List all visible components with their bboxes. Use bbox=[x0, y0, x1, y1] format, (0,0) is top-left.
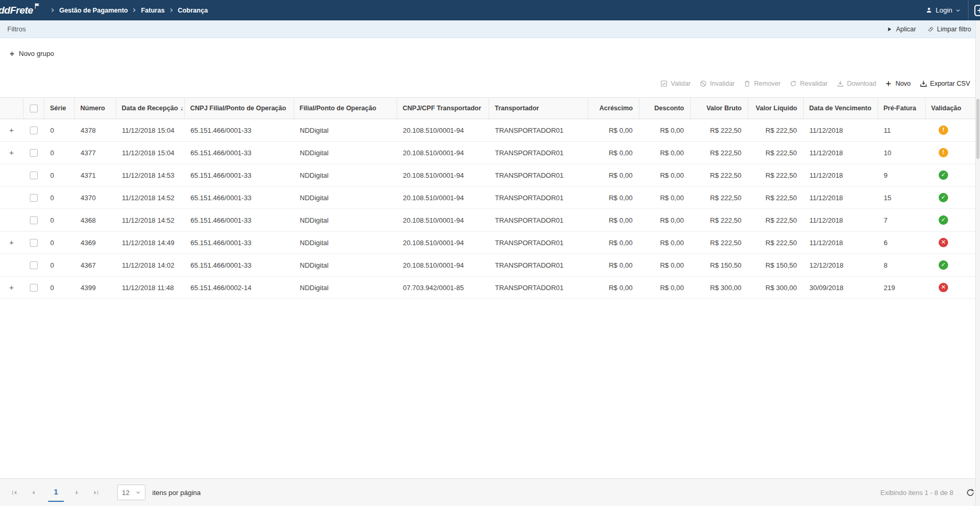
cell-recepcao: 11/12/2018 14:52 bbox=[116, 209, 184, 232]
apply-filter-button[interactable]: Aplicar bbox=[886, 26, 916, 33]
toolbar-revalidar-button[interactable]: Revalidar bbox=[790, 80, 828, 87]
table-row[interactable]: +0437811/12/2018 15:0465.151.466/0001-33… bbox=[0, 119, 975, 142]
login-label: Login bbox=[936, 6, 952, 14]
column-header-valor_bruto[interactable]: Valor Bruto bbox=[690, 98, 748, 119]
topbar-divider bbox=[968, 0, 968, 20]
expand-row-icon[interactable]: + bbox=[9, 148, 14, 156]
row-select-cell bbox=[23, 254, 44, 277]
toolbar-remover-button[interactable]: Remover bbox=[744, 80, 781, 87]
cell-serie: 0 bbox=[44, 164, 74, 187]
header-row: SérieNúmeroData de Recepção↓CNPJ Filial/… bbox=[0, 98, 975, 119]
cell-filial: NDDigital bbox=[294, 142, 397, 164]
table-row[interactable]: +0436911/12/2018 14:4965.151.466/0001-33… bbox=[0, 232, 975, 254]
breadcrumb-separator-icon bbox=[168, 7, 174, 13]
login-menu[interactable]: Login bbox=[918, 0, 968, 20]
table-row[interactable]: +0437711/12/2018 15:0465.151.466/0001-33… bbox=[0, 142, 975, 164]
breadcrumb-item[interactable]: Cobrança bbox=[178, 7, 208, 14]
clear-filter-button[interactable]: Limpar filtro bbox=[928, 26, 971, 33]
column-label: Valor Líquido bbox=[756, 105, 797, 112]
scrollbar-thumb[interactable] bbox=[976, 99, 979, 159]
column-header-transportador[interactable]: Transportador bbox=[489, 98, 588, 119]
row-checkbox[interactable] bbox=[30, 126, 38, 134]
cell-acrescimo: R$ 0,00 bbox=[588, 142, 639, 164]
cell-filial: NDDigital bbox=[294, 277, 397, 299]
row-select-cell bbox=[23, 232, 44, 254]
select-all-checkbox[interactable] bbox=[30, 105, 38, 112]
app-logo-text: ddFrete bbox=[0, 0, 33, 20]
table-body: +0437811/12/2018 15:0465.151.466/0001-33… bbox=[0, 119, 975, 299]
column-header-valor_liquido[interactable]: Valor Líquido bbox=[748, 98, 803, 119]
cell-recepcao: 11/12/2018 14:02 bbox=[116, 254, 184, 277]
cell-cnpj_filial: 65.151.466/0001-33 bbox=[184, 142, 294, 164]
new-group-button[interactable]: Novo grupo bbox=[9, 50, 54, 58]
cell-serie: 0 bbox=[44, 254, 74, 277]
cell-acrescimo: R$ 0,00 bbox=[588, 119, 639, 142]
column-header-desconto[interactable]: Desconto bbox=[639, 98, 690, 119]
breadcrumb-item[interactable]: Gestão de Pagamento bbox=[59, 7, 128, 14]
column-header-serie[interactable]: Série bbox=[44, 98, 74, 119]
column-header-validacao[interactable]: Validação bbox=[925, 98, 975, 119]
column-header-vencimento[interactable]: Data de Vencimento bbox=[803, 98, 877, 119]
row-checkbox[interactable] bbox=[30, 149, 38, 157]
expand-row-icon[interactable]: + bbox=[9, 283, 14, 291]
cell-cnpj_transportador: 20.108.510/0001-94 bbox=[397, 254, 489, 277]
row-checkbox[interactable] bbox=[30, 284, 38, 292]
cell-cnpj_filial: 65.151.466/0001-33 bbox=[184, 119, 294, 142]
column-header-numero[interactable]: Número bbox=[74, 98, 116, 119]
cell-vencimento: 11/12/2018 bbox=[803, 142, 877, 164]
column-header-cnpj_filial[interactable]: CNPJ Filial/Ponto de Operação bbox=[184, 98, 294, 119]
page-size-select[interactable]: 12 bbox=[117, 485, 145, 500]
flag-icon bbox=[34, 3, 41, 9]
pager-next-button[interactable] bbox=[70, 485, 84, 500]
row-select-cell bbox=[23, 187, 44, 209]
cell-validacao: ✓ bbox=[925, 164, 975, 187]
column-header-acrescimo[interactable]: Acréscimo bbox=[588, 98, 639, 119]
pager-last-button[interactable] bbox=[89, 485, 103, 500]
pager-page-current[interactable]: 1 bbox=[48, 483, 64, 502]
table-row[interactable]: 0437111/12/2018 14:5365.151.466/0001-33N… bbox=[0, 164, 975, 187]
pager-refresh-button[interactable] bbox=[966, 488, 975, 497]
row-checkbox[interactable] bbox=[30, 194, 38, 202]
app-logo[interactable]: ddFrete bbox=[0, 0, 41, 20]
cell-numero: 4369 bbox=[74, 232, 116, 254]
row-select-cell bbox=[23, 119, 44, 142]
sort-desc-icon: ↓ bbox=[180, 105, 183, 112]
cell-numero: 4368 bbox=[74, 209, 116, 232]
items-per-page-label: itens por página bbox=[152, 489, 201, 497]
column-header-recepcao[interactable]: Data de Recepção↓ bbox=[116, 98, 184, 119]
table-row[interactable]: +0439911/12/2018 11:4865.151.466/0002-14… bbox=[0, 277, 975, 299]
toolbar-validar-button[interactable]: Validar bbox=[660, 80, 691, 87]
vertical-scrollbar[interactable] bbox=[975, 20, 980, 506]
row-select-cell bbox=[23, 209, 44, 232]
cell-cnpj_filial: 65.151.466/0001-33 bbox=[184, 232, 294, 254]
row-select-cell bbox=[23, 277, 44, 299]
expand-row-icon[interactable]: + bbox=[9, 126, 14, 134]
cell-valor_liquido: R$ 222,50 bbox=[748, 142, 803, 164]
pager-status: Exibindo itens 1 - 8 de 8 bbox=[881, 489, 953, 497]
pager-first-button[interactable] bbox=[7, 485, 21, 500]
cell-validacao: ✓ bbox=[925, 187, 975, 209]
column-header-pre_fatura[interactable]: Pré-Fatura bbox=[877, 98, 925, 119]
column-label: CNPJ/CPF Transportador bbox=[403, 105, 481, 112]
row-expand-cell bbox=[0, 209, 23, 232]
row-checkbox[interactable] bbox=[30, 171, 38, 179]
row-checkbox[interactable] bbox=[30, 239, 38, 247]
toolbar-exportar-csv-button[interactable]: Exportar CSV bbox=[920, 80, 970, 87]
refresh-icon bbox=[790, 80, 797, 87]
toolbar-download-button[interactable]: Download bbox=[837, 80, 876, 87]
table-row[interactable]: 0437011/12/2018 14:5265.151.466/0001-33N… bbox=[0, 187, 975, 209]
table-row[interactable]: 0436811/12/2018 14:5265.151.466/0001-33N… bbox=[0, 209, 975, 232]
expand-row-icon[interactable]: + bbox=[9, 238, 14, 246]
apps-menu-icon[interactable] bbox=[974, 4, 980, 17]
column-header-cnpj_transportador[interactable]: CNPJ/CPF Transportador bbox=[397, 98, 489, 119]
row-checkbox[interactable] bbox=[30, 216, 38, 224]
cell-valor_bruto: R$ 222,50 bbox=[690, 119, 748, 142]
breadcrumb-item[interactable]: Faturas bbox=[141, 7, 164, 14]
toolbar-novo-button[interactable]: Novo bbox=[885, 80, 910, 87]
row-checkbox[interactable] bbox=[30, 261, 38, 269]
column-header-filial[interactable]: Filial/Ponto de Operação bbox=[294, 98, 397, 119]
table-row[interactable]: 0436711/12/2018 14:0265.151.466/0001-33N… bbox=[0, 254, 975, 277]
column-header-select[interactable] bbox=[23, 98, 44, 119]
toolbar-invalidar-button[interactable]: Invalidar bbox=[700, 80, 735, 87]
pager-prev-button[interactable] bbox=[26, 485, 40, 500]
